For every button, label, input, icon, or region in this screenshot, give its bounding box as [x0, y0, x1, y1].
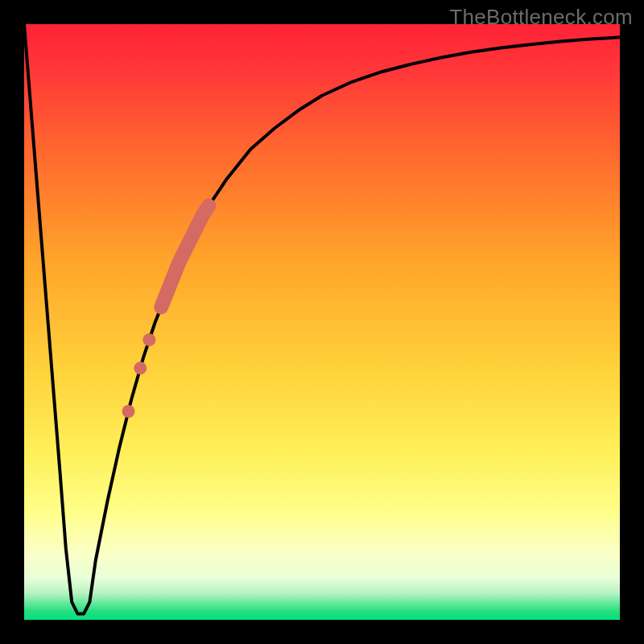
highlight-dot: [134, 361, 147, 374]
chart-frame: TheBottleneck.com: [0, 0, 644, 644]
highlight-dot: [122, 405, 135, 418]
chart-svg: [24, 24, 620, 620]
highlight-dot: [142, 333, 155, 346]
plot-area: [24, 24, 620, 620]
gradient-background: [24, 24, 620, 620]
